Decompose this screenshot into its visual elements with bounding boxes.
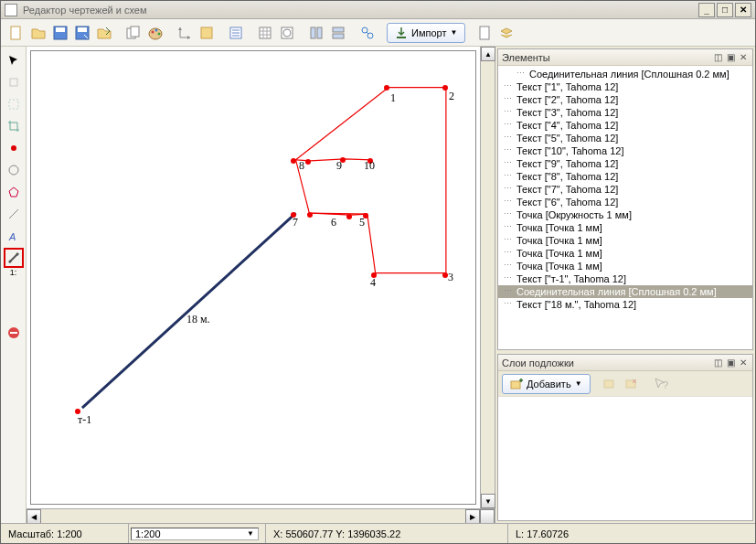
point-tool[interactable] [4,138,24,158]
select-tool[interactable] [4,50,24,70]
col1-icon[interactable] [306,23,326,43]
save-icon[interactable] [50,23,70,43]
horizontal-scrollbar[interactable]: ◀ ▶ [27,508,495,523]
status-coords: X: 550607.77 Y: 1396035.22 [266,524,508,543]
tree-item[interactable]: Текст ["1", Tahoma 12] [498,80,752,93]
maximize-button[interactable]: □ [717,3,733,17]
svg-line-32 [82,213,296,408]
tree-item[interactable]: Текст ["4", Tahoma 12] [498,119,752,132]
grid1-icon[interactable] [255,23,275,43]
disabled-tool-2[interactable] [4,301,24,321]
export-icon[interactable] [94,23,114,43]
tree-item[interactable]: Текст ["2", Tahoma 12] [498,93,752,106]
layer-delete-icon[interactable] [622,374,642,394]
col2-icon[interactable] [328,23,348,43]
list-icon[interactable] [226,23,246,43]
tree-item[interactable]: Соединительная линия [Сплошная 0.2 мм] [498,285,752,298]
add-label: Добавить [527,379,571,389]
new-icon[interactable] [6,23,27,43]
import-button[interactable]: Импорт ▼ [387,23,465,43]
tree-item[interactable]: Точка [Окружность 1 мм] [498,208,752,221]
tree-item[interactable]: Текст ["5", Tahoma 12] [498,132,752,144]
tree-item[interactable]: Текст ["10", Tahoma 12] [498,144,752,157]
canvas-handle[interactable] [305,159,311,165]
add-layer-button[interactable]: Добавить ▼ [502,374,591,394]
svg-point-10 [158,32,161,35]
layers-list[interactable] [498,397,752,520]
crop-tool[interactable] [4,116,24,136]
saveas-icon[interactable] [72,23,92,43]
tree-item[interactable]: Текст ["3", Tahoma 12] [498,106,752,119]
polygon-tool[interactable] [4,182,24,202]
scroll-down-button[interactable]: ▼ [481,494,495,508]
panel-dock-icon[interactable]: ◫ [712,52,723,63]
layer-help-icon[interactable]: ? [651,374,671,394]
grid2-icon[interactable] [277,23,297,43]
svg-point-28 [8,261,11,263]
tree-item[interactable]: Текст ["т-1", Tahoma 12] [498,272,752,285]
panel-close-icon[interactable]: ✕ [738,52,749,63]
tree-item[interactable]: Соединительная линия [Сплошная 0.2 мм] [498,68,752,80]
drawing-canvas[interactable]: 1 2 3 4 5 6 7 8 9 10 18 м. т-1 [30,50,476,505]
open-icon[interactable] [28,23,48,43]
canvas-handle[interactable] [384,85,389,91]
minimize-button[interactable]: _ [698,3,715,17]
titlebar: Редактор чертежей и схем _ □ ✕ [1,1,755,19]
text-tool[interactable]: A [4,226,24,246]
disabled-tool-1[interactable] [4,279,24,299]
tree-item[interactable]: Точка [Точка 1 мм] [498,234,752,247]
scale-combo[interactable]: 1:200 ▼ [131,528,259,540]
panel-pin-icon[interactable]: ▣ [725,52,736,63]
elements-tree[interactable]: Соединительная линия [Сплошная 0.2 мм]Те… [498,66,752,349]
scale-label: 1: [10,268,17,277]
svg-point-29 [16,253,18,256]
panel-pin-icon[interactable]: ▣ [725,357,736,368]
canvas-handle[interactable] [291,158,296,164]
canvas-handle[interactable] [346,214,352,219]
stack-icon[interactable] [496,23,516,43]
layer-icon[interactable] [197,23,217,43]
hand-tool[interactable] [4,72,24,92]
tree-item[interactable]: Точка [Точка 1 мм] [498,221,752,234]
svg-rect-18 [333,27,344,32]
axes-icon[interactable] [175,23,195,43]
scroll-up-button[interactable]: ▲ [481,47,495,61]
tree-item[interactable]: Текст ["9", Tahoma 12] [498,157,752,170]
scroll-left-button[interactable]: ◀ [27,509,41,524]
select2-tool[interactable] [4,94,24,114]
canvas-label: 1 [390,91,396,105]
tree-item[interactable]: Точка [Точка 1 мм] [498,260,752,272]
stop-tool[interactable] [4,323,24,343]
tree-item[interactable]: Текст ["6", Tahoma 12] [498,196,752,208]
tree-item[interactable]: Точка [Точка 1 мм] [498,247,752,260]
canvas-label: 10 [364,159,375,173]
palette-icon[interactable] [145,23,165,43]
layer-edit-icon[interactable] [600,374,620,394]
tree-item[interactable]: Текст ["8", Tahoma 12] [498,170,752,183]
right-panel-area: Элементы ◫ ▣ ✕ Соединительная линия [Спл… [495,47,755,523]
vertical-scrollbar[interactable]: ▲ ▼ [480,47,495,508]
chevron-down-icon: ▼ [450,28,457,37]
canvas-handle[interactable] [442,85,448,91]
circle-tool[interactable] [4,160,24,180]
svg-point-26 [9,165,18,175]
canvas-handle[interactable] [307,212,313,218]
panel-dock-icon[interactable]: ◫ [712,357,723,368]
link-icon[interactable] [357,23,378,43]
line-tool[interactable] [4,204,24,224]
close-button[interactable]: ✕ [735,3,751,17]
scale-combo-value: 1:200 [135,528,161,539]
chevron-down-icon: ▼ [247,529,254,538]
tree-item[interactable]: Текст ["7", Tahoma 12] [498,183,752,196]
scroll-corner [480,509,495,524]
svg-text:?: ? [663,379,668,390]
svg-rect-34 [604,380,613,388]
scroll-right-button[interactable]: ▶ [465,509,480,524]
page-icon[interactable] [474,23,495,43]
tree-item[interactable]: Текст ["18 м.", Tahoma 12] [498,298,752,311]
measure-tool[interactable] [4,248,24,268]
panel-close-icon[interactable]: ✕ [738,357,749,368]
canvas-area: 1 2 3 4 5 6 7 8 9 10 18 м. т-1 [27,47,495,523]
svg-rect-24 [9,100,18,109]
copy-icon[interactable] [123,23,144,43]
